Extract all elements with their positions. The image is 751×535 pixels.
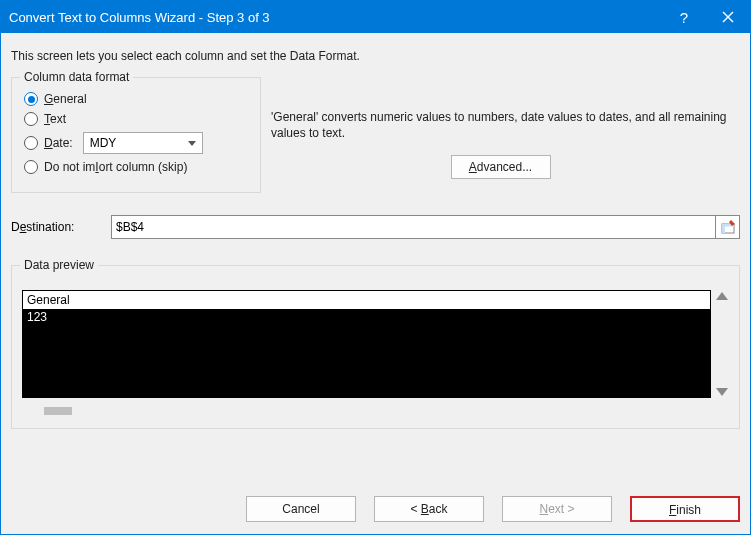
scroll-thumb xyxy=(44,407,72,415)
wizard-dialog: Convert Text to Columns Wizard - Step 3 … xyxy=(0,0,751,535)
radio-general-label: General xyxy=(44,92,87,106)
chevron-down-icon xyxy=(188,141,196,146)
radio-skip[interactable]: Do not imIort column (skip) xyxy=(24,160,248,174)
date-format-value: MDY xyxy=(90,136,117,150)
help-icon: ? xyxy=(680,9,688,26)
close-button[interactable] xyxy=(706,1,750,33)
destination-value: $B$4 xyxy=(116,220,144,234)
radio-text-label: Text xyxy=(44,112,66,126)
titlebar: Convert Text to Columns Wizard - Step 3 … xyxy=(1,1,750,33)
radio-general[interactable]: General xyxy=(24,92,248,106)
dialog-title: Convert Text to Columns Wizard - Step 3 … xyxy=(1,10,662,25)
horizontal-scrollbar[interactable] xyxy=(22,404,729,418)
column-format-legend: Column data format xyxy=(20,70,133,84)
intro-text: This screen lets you select each column … xyxy=(11,49,740,63)
preview-panel[interactable]: General 123 xyxy=(22,290,711,398)
radio-icon xyxy=(24,112,38,126)
radio-date-label: Date: xyxy=(44,136,73,150)
date-format-select[interactable]: MDY xyxy=(83,132,203,154)
radio-skip-label: Do not imIort column (skip) xyxy=(44,160,187,174)
vertical-scrollbar[interactable] xyxy=(711,290,729,398)
range-picker-icon xyxy=(721,220,735,234)
radio-text[interactable]: Text xyxy=(24,112,248,126)
destination-input[interactable]: $B$4 xyxy=(111,215,716,239)
cancel-button[interactable]: Cancel xyxy=(246,496,356,522)
help-button[interactable]: ? xyxy=(662,1,706,33)
range-picker-button[interactable] xyxy=(716,215,740,239)
scroll-down-icon xyxy=(716,388,728,396)
general-note: 'General' converts numeric values to num… xyxy=(271,109,740,141)
finish-button[interactable]: Finish xyxy=(630,496,740,522)
column-format-group: Column data format General Text Date: MD… xyxy=(11,77,261,193)
close-icon xyxy=(722,11,734,23)
destination-label: Destination: xyxy=(11,220,111,234)
radio-icon xyxy=(24,92,38,106)
advanced-button[interactable]: Advanced... xyxy=(451,155,551,179)
dialog-footer: Cancel < Back Next > Finish xyxy=(1,490,750,530)
scroll-up-icon xyxy=(716,292,728,300)
preview-row: 123 xyxy=(23,310,710,324)
radio-date[interactable]: Date: MDY xyxy=(24,132,248,154)
preview-column-header: General xyxy=(23,291,710,310)
data-preview-group: Data preview General 123 xyxy=(11,265,740,429)
next-button: Next > xyxy=(502,496,612,522)
radio-icon xyxy=(24,160,38,174)
radio-icon xyxy=(24,136,38,150)
data-preview-legend: Data preview xyxy=(20,258,98,272)
back-button[interactable]: < Back xyxy=(374,496,484,522)
